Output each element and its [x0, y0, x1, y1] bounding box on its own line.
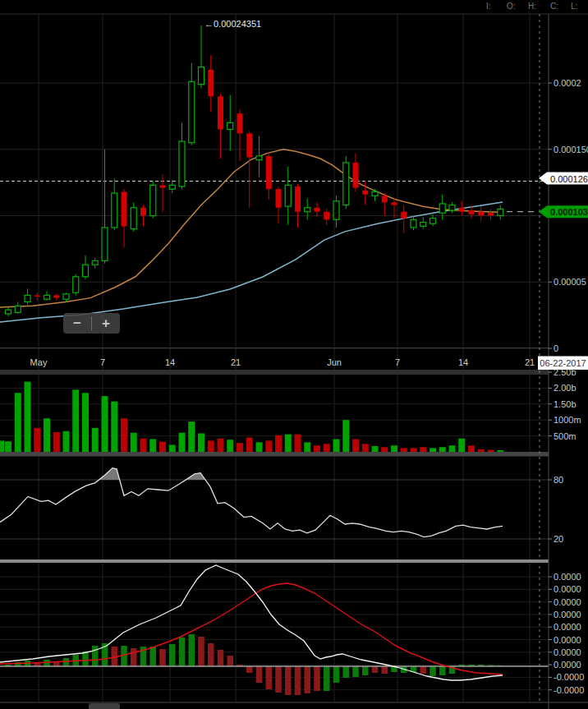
- last-price-tag-value: 0.000103: [550, 207, 588, 217]
- candlestick: [237, 109, 243, 161]
- candle-body-up: [131, 208, 136, 229]
- macd-tick-label: 0.0000: [554, 647, 581, 657]
- chart-canvas[interactable]: 0.00020.0001500.0000502.50b2.00b1.50b100…: [0, 0, 588, 709]
- volume-tick-label: 1.50b: [554, 399, 577, 409]
- time-axis-label: May: [30, 357, 48, 367]
- macd-histogram-bar: [208, 643, 214, 666]
- candle-body-up: [92, 260, 98, 265]
- oscillator-panel[interactable]: [0, 468, 503, 537]
- bottom-zoom-control-partial[interactable]: [89, 703, 120, 709]
- candle-body-down: [218, 96, 223, 129]
- volume-bar: [246, 438, 253, 452]
- candlestick: [92, 258, 98, 269]
- ohlc-high-label: H:: [528, 2, 536, 11]
- macd-histogram-bar: [227, 656, 234, 666]
- macd-tick-label: 0.0000: [554, 572, 581, 582]
- candlestick: [140, 205, 146, 227]
- volume-bar: [237, 443, 243, 452]
- oscillator-macd-separator-bar: [0, 559, 549, 563]
- volume-bar: [34, 428, 40, 452]
- volume-bar: [401, 448, 407, 452]
- volume-bar: [102, 396, 108, 452]
- volume-oscillator-separator-bar: [0, 452, 549, 457]
- candle-body-up: [63, 294, 69, 299]
- macd-histogram-bar: [63, 658, 70, 666]
- candle-body-up: [305, 208, 310, 212]
- macd-histogram-bar: [246, 666, 253, 673]
- candlestick: [6, 307, 11, 316]
- zoom-out-button[interactable]: −: [63, 313, 91, 334]
- candle-body-down: [488, 213, 494, 215]
- candlestick: [315, 202, 320, 217]
- volume-bar: [72, 389, 79, 452]
- volume-panel[interactable]: [0, 382, 503, 452]
- volume-tick-label: 2.00b: [554, 383, 577, 393]
- macd-tick-label: 0.0000: [554, 660, 581, 670]
- candle-body-down: [246, 133, 252, 157]
- candle-body-down: [401, 212, 407, 219]
- time-axis-label: Jun: [327, 357, 342, 367]
- candlestick: [131, 202, 136, 232]
- volume-bar: [439, 447, 446, 452]
- macd-histogram-bar: [420, 666, 427, 674]
- candlestick: [305, 199, 310, 220]
- time-axis-label: 7: [395, 357, 400, 367]
- candlestick: [160, 174, 166, 211]
- macd-histogram-bar: [314, 666, 320, 691]
- candle-body-down: [237, 113, 243, 133]
- candlestick: [324, 209, 329, 224]
- oscillator-tick-label: 20: [554, 534, 563, 544]
- candle-body-up: [439, 204, 445, 213]
- macd-histogram-bar: [256, 666, 263, 683]
- volume-bar: [169, 444, 176, 452]
- time-axis-separator-bar: [0, 370, 549, 375]
- last-price-tag: 0.000103: [539, 205, 588, 218]
- candle-body-down: [315, 208, 320, 212]
- candlestick: [498, 205, 503, 220]
- candle-body-down: [324, 212, 329, 220]
- candle-body-up: [420, 223, 426, 227]
- macd-histogram-bar: [305, 666, 311, 693]
- macd-tick-label: -0.0000: [554, 685, 584, 695]
- macd-histogram-bar: [295, 666, 301, 695]
- oscillator-line: [0, 468, 503, 537]
- macd-histogram-bar: [439, 666, 446, 675]
- candle-body-down: [122, 191, 127, 226]
- time-axis-label: 21: [231, 357, 241, 367]
- candlestick: [189, 63, 195, 145]
- candle-body-up: [83, 265, 89, 277]
- candle-body-up: [179, 141, 185, 186]
- volume-bar: [381, 447, 388, 452]
- time-axis-label: 14: [458, 357, 468, 367]
- candlestick: [63, 292, 69, 302]
- volume-bar: [111, 402, 117, 452]
- volume-bar: [53, 432, 60, 452]
- volume-bar: [15, 393, 21, 452]
- candle-body-up: [333, 201, 339, 220]
- price-panel[interactable]: [0, 25, 549, 322]
- macd-histogram-bar: [430, 666, 436, 676]
- candlestick: [83, 256, 89, 279]
- ma-blue-line: [0, 202, 503, 322]
- macd-histogram-bar: [169, 644, 176, 666]
- candle-body-up: [102, 228, 108, 260]
- candle-body-up: [430, 219, 436, 223]
- candle-body-down: [392, 202, 397, 205]
- macd-histogram-bar: [159, 649, 166, 666]
- macd-panel[interactable]: [0, 565, 549, 695]
- candlestick: [73, 274, 79, 296]
- candle-body-up: [285, 185, 291, 206]
- volume-bar: [131, 433, 137, 452]
- volume-bar: [227, 440, 233, 452]
- candlestick: [150, 182, 156, 219]
- candle-body-up: [169, 185, 175, 189]
- candle-body-up: [227, 122, 233, 129]
- oscillator-tick-label: 80: [554, 475, 563, 485]
- candlestick: [256, 136, 262, 177]
- candle-body-up: [372, 191, 378, 196]
- volume-bar: [304, 442, 310, 452]
- macd-tick-label: 0.0000: [554, 635, 581, 645]
- zoom-in-button[interactable]: +: [92, 313, 120, 334]
- volume-bar: [218, 439, 224, 452]
- candle-body-up: [449, 205, 455, 210]
